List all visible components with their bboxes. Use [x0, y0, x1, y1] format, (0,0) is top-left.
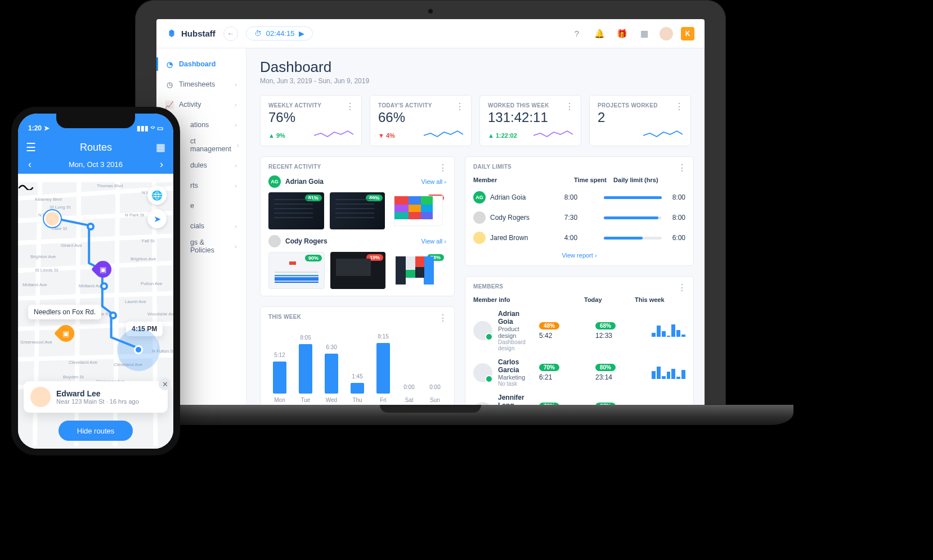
- street-label: Cleveland Ave: [69, 360, 97, 365]
- squiggle-icon: [18, 182, 35, 190]
- signal-icon: ▮▮▮: [137, 124, 149, 132]
- screenshot-thumb[interactable]: 89%: [330, 192, 385, 229]
- chevron-left-icon: ‹: [235, 121, 237, 128]
- marker-user-start[interactable]: [44, 210, 61, 227]
- user-avatar-small: [473, 211, 486, 224]
- close-icon[interactable]: ✕: [159, 378, 171, 390]
- screenshot-thumb[interactable]: 23%: [391, 192, 446, 229]
- member-row: Jennifer Lang Client development No task…: [473, 394, 685, 405]
- bar-value: 8:05: [300, 335, 311, 341]
- more-icon[interactable]: ⋮: [455, 101, 465, 112]
- bar-day: Fri: [380, 397, 387, 403]
- member-avatar[interactable]: [473, 321, 492, 340]
- calendar-icon[interactable]: ▦: [156, 141, 165, 153]
- back-button[interactable]: ←: [223, 26, 238, 41]
- user-avatar-small: AG: [473, 191, 486, 204]
- org-switcher[interactable]: K: [681, 27, 694, 40]
- more-icon[interactable]: ⋮: [678, 162, 688, 173]
- bar-day: Tue: [301, 397, 311, 403]
- activity-pct-badge: 19%: [366, 254, 383, 261]
- more-icon[interactable]: ⋮: [675, 101, 685, 112]
- phone-frame: 1:20 ➤ ▮▮▮⌔▭ ☰ Routes ▦ ‹ Mon, Oct 3 201…: [11, 107, 180, 455]
- route-user-card[interactable]: ✕ Edward Lee Near 123 Main St · 16 hrs a…: [24, 381, 168, 413]
- map-callout-place[interactable]: Needlers on Fox Rd.: [28, 305, 101, 319]
- route-waypoint: [87, 223, 95, 231]
- user-avatar-small: [268, 235, 281, 247]
- week-bar: 0:00 Sun: [428, 384, 442, 403]
- hide-routes-button[interactable]: Hide routes: [59, 421, 133, 441]
- user-avatar-small: [473, 232, 486, 244]
- more-icon[interactable]: ⋮: [346, 101, 356, 112]
- stat-card: ⋮ TODAY'S ACTIVITY 66% ▼ 4%: [370, 95, 472, 146]
- map-view[interactable]: Thomas BlvdN WalshKearney BlvdSt Long St…: [18, 182, 173, 449]
- view-all-link[interactable]: View all ›: [421, 238, 446, 245]
- screenshot-thumb[interactable]: 19%: [330, 252, 385, 289]
- stat-label: WEEKLY ACTIVITY: [268, 102, 353, 109]
- member-avatar[interactable]: [473, 363, 492, 382]
- prev-day-button[interactable]: ‹: [28, 159, 32, 170]
- screenshot-thumb[interactable]: 81%: [268, 192, 324, 229]
- member-name: Jared Brown: [490, 234, 560, 242]
- bar-day: Mon: [274, 397, 285, 403]
- apps-grid-icon[interactable]: ▦: [637, 26, 652, 41]
- screenshot-thumb[interactable]: 90%: [268, 252, 325, 289]
- help-icon[interactable]: ?: [569, 26, 584, 41]
- stat-value: 2: [598, 110, 683, 125]
- locate-icon: ➤: [154, 214, 161, 224]
- user-avatar[interactable]: [660, 27, 673, 40]
- activity-pct-badge: 90%: [305, 255, 322, 261]
- time-spent: 4:00: [564, 234, 599, 242]
- menu-icon[interactable]: ☰: [26, 141, 36, 154]
- member-sparkbars: [652, 324, 685, 337]
- brand[interactable]: Hubstaff: [167, 29, 216, 39]
- stat-delta: ▲ 1:22:02: [488, 132, 517, 139]
- briefcase-icon: ▣: [100, 265, 106, 274]
- street-label: Midland Ave: [23, 282, 47, 287]
- bell-icon[interactable]: 🔔: [592, 26, 607, 41]
- today-time: 6:21: [539, 373, 552, 381]
- daily-limit-row: Cody Rogers 7:30 8:00: [473, 211, 685, 224]
- time-spent: 7:30: [564, 214, 599, 222]
- screenshot-thumb[interactable]: 78%: [391, 252, 446, 289]
- limit-progress: [604, 216, 662, 219]
- laptop-camera: [428, 9, 433, 13]
- street-label: Boyden St: [63, 374, 84, 380]
- route-waypoint: [100, 282, 108, 290]
- more-icon[interactable]: ⋮: [438, 162, 448, 173]
- panel-title: RECENT ACTIVITY: [268, 164, 321, 170]
- timer-pill[interactable]: ⏱ 02:44:15 ▶: [246, 26, 313, 40]
- chevron-left-icon: ‹: [237, 142, 239, 148]
- gauge-icon: ◔: [165, 60, 173, 68]
- stat-value: 76%: [268, 110, 353, 125]
- view-all-link[interactable]: View all ›: [421, 178, 446, 185]
- this-week-panel: THIS WEEK ⋮ 5:12 Mon 8:05 Tue 6:30 Wed 1…: [260, 306, 455, 405]
- today-time: 5:42: [539, 332, 552, 340]
- laptop-frame: Hubstaff ← ⏱ 02:44:15 ▶ ? 🔔 🎁 ▦ K ◔ Dash…: [135, 0, 726, 405]
- more-icon[interactable]: ⋮: [678, 282, 688, 293]
- locate-button[interactable]: ➤: [147, 209, 167, 228]
- member-sparkbars: [652, 367, 685, 379]
- view-report-link[interactable]: View report: [562, 252, 593, 259]
- route-waypoint: [109, 311, 117, 319]
- this-week-chart: 5:12 Mon 8:05 Tue 6:30 Wed 1:45 Thu 8:15…: [268, 330, 446, 403]
- globe-button[interactable]: 🌐: [147, 186, 167, 205]
- date-range: Mon, Jun 3, 2019 - Sun, Jun 9, 2019: [260, 77, 691, 85]
- phone-date: Mon, Oct 3 2016: [69, 160, 123, 169]
- sidebar-item-timesheets[interactable]: ◷ Timesheets ‹: [156, 74, 246, 94]
- sidebar-item-dashboard[interactable]: ◔ Dashboard: [156, 54, 246, 74]
- member-row: Adrian Goia Product design Dashboard des…: [473, 310, 685, 351]
- more-icon[interactable]: ⋮: [438, 313, 448, 323]
- gift-icon[interactable]: 🎁: [614, 26, 629, 41]
- street-label: Brighton Ave: [131, 256, 156, 261]
- stat-card: ⋮ WORKED THIS WEEK 131:42:11 ▲ 1:22:02: [479, 95, 581, 146]
- chevron-right-icon: ›: [593, 252, 597, 259]
- marker-current-location: [134, 345, 143, 354]
- next-day-button[interactable]: ›: [160, 159, 163, 170]
- app-screen: Hubstaff ← ⏱ 02:44:15 ▶ ? 🔔 🎁 ▦ K ◔ Dash…: [156, 19, 705, 405]
- street-label: N Park St: [125, 213, 144, 218]
- more-icon[interactable]: ⋮: [565, 101, 575, 112]
- time-spent: 8:00: [564, 193, 599, 201]
- stat-delta: ▼ 4%: [378, 132, 395, 139]
- bar-value: 5:12: [274, 352, 285, 358]
- member-row: Carlos Garcia Marketing No task 70% 6:21…: [473, 358, 685, 387]
